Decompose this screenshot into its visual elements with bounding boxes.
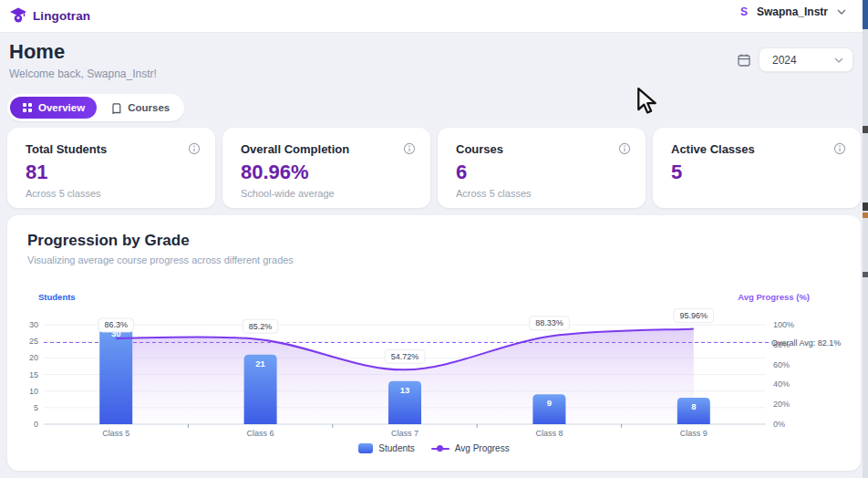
avatar: S: [740, 5, 748, 18]
tab-overview[interactable]: Overview: [10, 97, 97, 119]
background-window-sliver: [863, 0, 868, 478]
svg-text:9: 9: [547, 398, 552, 408]
line-swatch: [431, 448, 450, 450]
stat-card-courses: Courses 6 Across 5 classes: [438, 128, 646, 208]
username: Swapna_Instr: [757, 5, 828, 18]
tab-courses-label: Courses: [128, 102, 170, 113]
tab-overview-label: Overview: [38, 102, 85, 113]
stat-subtitle: Across 5 classes: [456, 188, 532, 199]
svg-text:Class 8: Class 8: [535, 429, 563, 438]
svg-text:95.96%: 95.96%: [680, 311, 708, 320]
svg-text:20: 20: [29, 353, 38, 362]
svg-text:40%: 40%: [773, 379, 790, 389]
info-icon[interactable]: [188, 142, 201, 159]
chart-legend: Students Avg Progress: [22, 443, 846, 453]
stat-card-total-students: Total Students 81 Across 5 classes: [7, 128, 215, 208]
progression-chart-card: Progression by Grade Visualizing average…: [7, 215, 861, 471]
year-select[interactable]: 2024: [759, 47, 853, 72]
svg-text:30: 30: [29, 320, 38, 329]
stat-value: 6: [456, 161, 467, 184]
graduation-cap-icon: [9, 6, 27, 25]
svg-text:15: 15: [29, 370, 38, 379]
chart-title: Progression by Grade: [27, 232, 190, 250]
stat-title: Overall Completion: [241, 142, 349, 156]
mouse-cursor: [636, 88, 660, 115]
right-axis-title: Avg Progress (%): [738, 292, 810, 302]
svg-text:0%: 0%: [773, 420, 785, 429]
svg-text:0: 0: [34, 420, 38, 429]
stat-value: 5: [671, 161, 682, 184]
svg-text:Class 6: Class 6: [247, 429, 274, 438]
year-select-value: 2024: [772, 54, 797, 67]
svg-text:8: 8: [691, 401, 696, 411]
app-header: Lingotran S Swapna_Instr: [0, 0, 863, 33]
book-icon: [110, 102, 122, 114]
year-filter: 2024: [737, 47, 853, 72]
tab-courses[interactable]: Courses: [98, 97, 181, 119]
stat-value: 81: [26, 161, 47, 184]
stat-subtitle: School-wide average: [241, 188, 335, 199]
brand: Lingotran: [9, 6, 90, 25]
stat-title: Active Classes: [671, 142, 755, 156]
legend-item-avg-progress[interactable]: Avg Progress: [431, 443, 510, 453]
stat-subtitle: Across 5 classes: [26, 188, 101, 199]
svg-text:Class 7: Class 7: [391, 429, 418, 438]
svg-text:10: 10: [29, 387, 38, 396]
chart-subtitle: Visualizing average course progress acro…: [27, 255, 294, 265]
view-tabs: Overview Courses: [7, 94, 184, 121]
chevron-down-icon: [837, 9, 846, 15]
chart-area: Students Avg Progress (%) 0510152025300%…: [22, 292, 846, 462]
progression-chart: 0510152025300%20%40%60%80%100%Class 5Cla…: [22, 305, 846, 442]
welcome-text: Welcome back, Swapna_Instr!: [9, 68, 157, 80]
svg-text:88.33%: 88.33%: [535, 318, 563, 327]
svg-text:100%: 100%: [773, 320, 794, 329]
svg-text:86.3%: 86.3%: [104, 320, 128, 329]
bar-swatch: [358, 443, 373, 453]
info-icon[interactable]: [618, 142, 631, 159]
svg-text:13: 13: [400, 385, 410, 395]
left-axis-title: Students: [38, 292, 76, 302]
svg-text:Class 5: Class 5: [102, 429, 129, 438]
chevron-down-icon: [834, 57, 843, 63]
svg-text:54.72%: 54.72%: [391, 352, 419, 361]
stat-card-overall-completion: Overall Completion 80.96% School-wide av…: [222, 128, 430, 208]
svg-text:5: 5: [34, 403, 38, 412]
svg-text:Overall Avg: 82.1%: Overall Avg: 82.1%: [771, 338, 841, 348]
svg-text:21: 21: [255, 358, 265, 369]
svg-text:Class 9: Class 9: [680, 429, 708, 438]
page-title: Home: [9, 40, 65, 64]
user-menu[interactable]: S Swapna_Instr: [740, 5, 846, 18]
calendar-icon: [737, 53, 751, 68]
stat-value: 80.96%: [241, 161, 309, 184]
svg-text:85.2%: 85.2%: [249, 322, 273, 331]
svg-text:20%: 20%: [773, 400, 790, 409]
grid-icon: [22, 102, 33, 113]
stat-card-active-classes: Active Classes 5: [653, 128, 861, 208]
stat-title: Courses: [456, 142, 503, 156]
info-icon[interactable]: [403, 142, 416, 159]
svg-text:60%: 60%: [773, 360, 790, 369]
legend-item-students[interactable]: Students: [358, 443, 414, 453]
brand-name: Lingotran: [33, 9, 90, 23]
info-icon[interactable]: [833, 142, 846, 159]
svg-text:25: 25: [29, 337, 38, 346]
stat-title: Total Students: [26, 142, 107, 156]
